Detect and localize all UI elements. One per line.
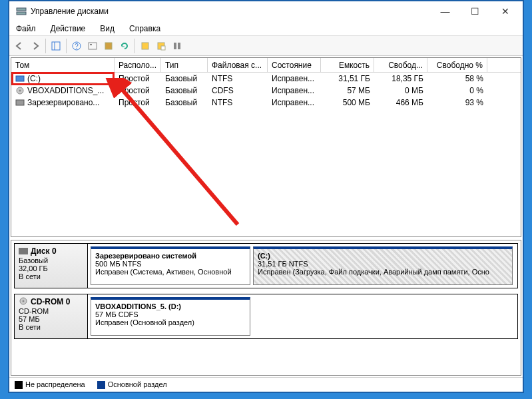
- action-icon[interactable]: [101, 39, 116, 53]
- partition[interactable]: (C:)31,51 ГБ NTFSИсправен (Загрузка, Фай…: [253, 246, 513, 285]
- svg-point-21: [23, 300, 25, 302]
- volume-icon: [15, 99, 25, 107]
- app-icon: [16, 6, 27, 17]
- cell-fs: NTFS: [208, 73, 268, 85]
- disk-icon: [19, 297, 28, 307]
- svg-rect-1: [17, 12, 26, 15]
- cell-layout: Простой: [115, 73, 161, 85]
- help-icon[interactable]: ?: [69, 39, 84, 53]
- menu-action[interactable]: Действие: [48, 23, 89, 35]
- legend-unalloc-label: Не распределена: [25, 380, 85, 388]
- col-fs[interactable]: Файловая с...: [208, 58, 268, 72]
- svg-rect-9: [142, 43, 148, 49]
- window-title: Управление дисками: [31, 7, 430, 16]
- cell-free: 466 МБ: [374, 97, 427, 109]
- col-freepct[interactable]: Свободно %: [427, 58, 487, 72]
- maximize-button[interactable]: ☐: [460, 2, 490, 21]
- volume-row[interactable]: Зарезервировано...ПростойБазовыйNTFSИспр…: [11, 97, 521, 109]
- forward-button[interactable]: [28, 39, 43, 53]
- volume-list: ТомРасполо...ТипФайловая с...СостояниеЕм…: [11, 57, 521, 237]
- col-free[interactable]: Свобод...: [374, 58, 427, 72]
- legend-unalloc-swatch: [15, 381, 23, 389]
- svg-rect-13: [178, 43, 180, 49]
- legend-primary-swatch: [97, 381, 105, 389]
- content-area: ТомРасполо...ТипФайловая с...СостояниеЕм…: [9, 56, 523, 392]
- cell-capacity: 500 МБ: [321, 97, 374, 109]
- volume-icon: [15, 75, 25, 83]
- svg-rect-0: [17, 8, 26, 11]
- cell-capacity: 57 МБ: [321, 85, 374, 97]
- cell-status: Исправен...: [268, 97, 321, 109]
- partitions: VBOXADDITIONS_5. (D:)57 МБ CDFSИсправен …: [88, 294, 517, 338]
- volume-icon: [15, 87, 25, 95]
- menu-view[interactable]: Вид: [97, 23, 117, 35]
- list-icon[interactable]: [138, 39, 152, 53]
- col-volume[interactable]: Том: [11, 58, 115, 72]
- svg-rect-19: [19, 248, 28, 254]
- close-button[interactable]: ✕: [490, 2, 520, 21]
- svg-rect-7: [90, 44, 92, 45]
- svg-rect-6: [89, 43, 97, 49]
- disk-icon: [19, 247, 28, 256]
- cell-free: 18,35 ГБ: [374, 73, 427, 85]
- titlebar: Управление дисками — ☐ ✕: [9, 1, 523, 21]
- cell-status: Исправен...: [268, 73, 321, 85]
- detail-icon[interactable]: [170, 39, 184, 53]
- legend: Не распределена Основной раздел: [9, 377, 523, 392]
- svg-rect-11: [161, 46, 165, 50]
- refresh-icon[interactable]: [117, 39, 132, 53]
- svg-rect-12: [174, 43, 176, 49]
- svg-rect-14: [16, 76, 24, 81]
- col-capacity[interactable]: Емкость: [321, 58, 374, 72]
- partition[interactable]: Зарезервировано системой500 МБ NTFSИспра…: [91, 246, 250, 285]
- partition[interactable]: VBOXADDITIONS_5. (D:)57 МБ CDFSИсправен …: [91, 297, 250, 336]
- minimize-button[interactable]: —: [430, 2, 460, 21]
- cell-name: Зарезервировано...: [11, 97, 115, 109]
- cell-free: 0 МБ: [374, 85, 427, 97]
- toolbar: ?: [9, 36, 523, 56]
- disk-graphical-view: Диск 0Базовый32,00 ГБВ сетиЗарезервирова…: [11, 240, 521, 376]
- cell-layout: Простой: [115, 85, 161, 97]
- col-status[interactable]: Состояние: [268, 58, 321, 72]
- grid-icon[interactable]: [154, 39, 168, 53]
- cell-fs: NTFS: [208, 97, 268, 109]
- panel-toggle-icon[interactable]: [49, 39, 63, 53]
- legend-primary-label: Основной раздел: [108, 380, 167, 388]
- disk-info[interactable]: Диск 0Базовый32,00 ГБВ сети: [15, 244, 88, 288]
- svg-text:?: ?: [75, 43, 79, 50]
- svg-rect-8: [105, 43, 112, 49]
- cell-name: (C:): [11, 73, 115, 85]
- cell-capacity: 31,51 ГБ: [321, 73, 374, 85]
- column-headers: ТомРасполо...ТипФайловая с...СостояниеЕм…: [11, 58, 521, 73]
- cell-freepct: 58 %: [427, 73, 487, 85]
- cell-name: VBOXADDITIONS_...: [11, 85, 115, 97]
- cell-layout: Простой: [115, 97, 161, 109]
- cell-freepct: 0 %: [427, 85, 487, 97]
- cell-type: Базовый: [161, 73, 208, 85]
- svg-point-16: [19, 90, 21, 92]
- disk-row: CD-ROM 0CD-ROM57 МБВ сетиVBOXADDITIONS_5…: [14, 294, 518, 339]
- svg-rect-17: [16, 100, 24, 105]
- window: Управление дисками — ☐ ✕ Файл Действие В…: [8, 0, 524, 393]
- disk-info[interactable]: CD-ROM 0CD-ROM57 МБВ сети: [15, 294, 88, 338]
- menu-help[interactable]: Справка: [127, 23, 163, 35]
- menu-file[interactable]: Файл: [13, 23, 39, 35]
- partitions: Зарезервировано системой500 МБ NTFSИспра…: [88, 244, 517, 288]
- cell-type: Базовый: [161, 97, 208, 109]
- col-layout[interactable]: Располо...: [115, 58, 161, 72]
- back-button[interactable]: [12, 39, 27, 53]
- cell-status: Исправен...: [268, 85, 321, 97]
- cell-freepct: 93 %: [427, 97, 487, 109]
- svg-rect-2: [52, 42, 60, 50]
- cell-fs: CDFS: [208, 85, 268, 97]
- volume-row[interactable]: VBOXADDITIONS_...ПростойБазовыйCDFSИспра…: [11, 85, 521, 97]
- disk-row: Диск 0Базовый32,00 ГБВ сетиЗарезервирова…: [14, 243, 518, 288]
- volume-row[interactable]: (C:)ПростойБазовыйNTFSИсправен...31,51 Г…: [11, 73, 521, 85]
- menubar: Файл Действие Вид Справка: [9, 21, 523, 36]
- cell-type: Базовый: [161, 85, 208, 97]
- col-type[interactable]: Тип: [161, 58, 208, 72]
- settings-icon[interactable]: [85, 39, 100, 53]
